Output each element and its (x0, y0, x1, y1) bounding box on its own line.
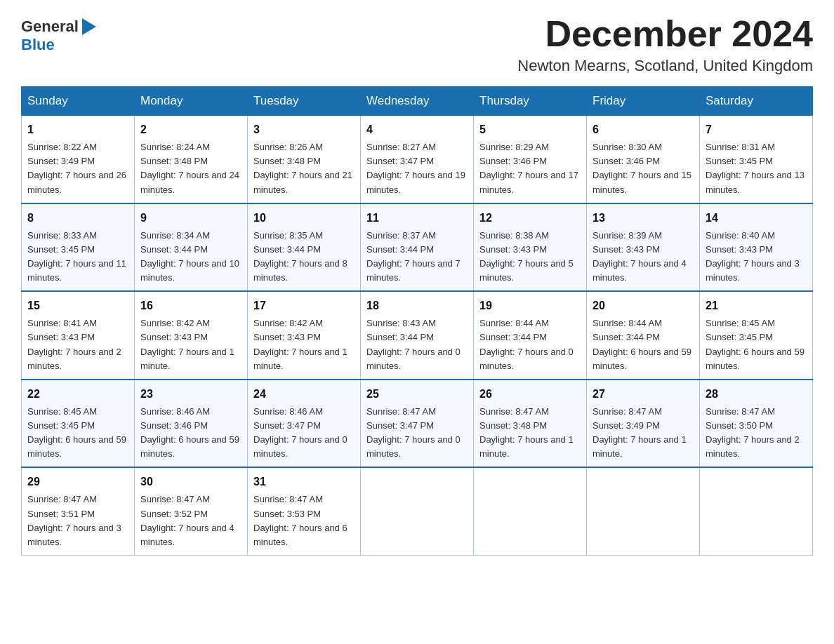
day-info: Sunrise: 8:30 AMSunset: 3:46 PMDaylight:… (593, 142, 691, 194)
table-row: 17 Sunrise: 8:42 AMSunset: 3:43 PMDaylig… (248, 291, 361, 380)
day-info: Sunrise: 8:47 AMSunset: 3:50 PMDaylight:… (706, 406, 800, 459)
day-number: 21 (706, 297, 807, 314)
table-row: 30 Sunrise: 8:47 AMSunset: 3:52 PMDaylig… (135, 467, 248, 555)
day-number: 13 (593, 210, 694, 227)
day-number: 1 (27, 121, 128, 138)
header-saturday: Saturday (700, 87, 813, 116)
day-number: 16 (140, 297, 241, 314)
day-number: 28 (706, 386, 807, 403)
day-info: Sunrise: 8:47 AMSunset: 3:52 PMDaylight:… (140, 494, 234, 546)
month-title: December 2024 (517, 14, 813, 54)
page-header: General Blue December 2024 Newton Mearns… (21, 14, 813, 75)
table-row: 7 Sunrise: 8:31 AMSunset: 3:45 PMDayligh… (700, 116, 813, 203)
day-number: 3 (253, 121, 355, 138)
table-row: 18 Sunrise: 8:43 AMSunset: 3:44 PMDaylig… (361, 291, 474, 380)
day-number: 12 (479, 210, 581, 227)
day-number: 10 (253, 210, 355, 227)
day-info: Sunrise: 8:42 AMSunset: 3:43 PMDaylight:… (253, 318, 348, 370)
day-info: Sunrise: 8:47 AMSunset: 3:47 PMDaylight:… (366, 406, 461, 459)
logo-triangle-icon (82, 18, 96, 35)
table-row: 31 Sunrise: 8:47 AMSunset: 3:53 PMDaylig… (248, 467, 361, 555)
day-info: Sunrise: 8:47 AMSunset: 3:53 PMDaylight:… (253, 494, 348, 546)
table-row (700, 467, 813, 555)
calendar-week-5: 29 Sunrise: 8:47 AMSunset: 3:51 PMDaylig… (22, 467, 813, 555)
table-row: 2 Sunrise: 8:24 AMSunset: 3:48 PMDayligh… (135, 116, 248, 203)
table-row: 11 Sunrise: 8:37 AMSunset: 3:44 PMDaylig… (361, 203, 474, 292)
table-row: 10 Sunrise: 8:35 AMSunset: 3:44 PMDaylig… (248, 203, 361, 292)
day-info: Sunrise: 8:27 AMSunset: 3:47 PMDaylight:… (366, 142, 465, 194)
table-row: 26 Sunrise: 8:47 AMSunset: 3:48 PMDaylig… (474, 380, 587, 468)
table-row: 25 Sunrise: 8:47 AMSunset: 3:47 PMDaylig… (361, 380, 474, 468)
table-row: 27 Sunrise: 8:47 AMSunset: 3:49 PMDaylig… (587, 380, 700, 468)
day-number: 20 (593, 297, 694, 314)
table-row (474, 467, 587, 555)
table-row: 6 Sunrise: 8:30 AMSunset: 3:46 PMDayligh… (587, 116, 700, 203)
day-info: Sunrise: 8:26 AMSunset: 3:48 PMDaylight:… (253, 142, 352, 194)
day-info: Sunrise: 8:47 AMSunset: 3:48 PMDaylight:… (479, 406, 574, 459)
calendar-table: Sunday Monday Tuesday Wednesday Thursday… (21, 86, 813, 556)
day-number: 18 (366, 297, 468, 314)
table-row (361, 467, 474, 555)
table-row: 20 Sunrise: 8:44 AMSunset: 3:44 PMDaylig… (587, 291, 700, 380)
table-row: 22 Sunrise: 8:45 AMSunset: 3:45 PMDaylig… (22, 380, 135, 468)
calendar-week-2: 8 Sunrise: 8:33 AMSunset: 3:45 PMDayligh… (22, 203, 813, 292)
day-info: Sunrise: 8:45 AMSunset: 3:45 PMDaylight:… (706, 318, 805, 370)
table-row (587, 467, 700, 555)
day-info: Sunrise: 8:46 AMSunset: 3:46 PMDaylight:… (140, 406, 239, 459)
day-number: 27 (593, 386, 694, 403)
day-info: Sunrise: 8:31 AMSunset: 3:45 PMDaylight:… (706, 142, 805, 194)
day-number: 31 (253, 474, 355, 490)
day-info: Sunrise: 8:46 AMSunset: 3:47 PMDaylight:… (253, 406, 348, 459)
day-info: Sunrise: 8:34 AMSunset: 3:44 PMDaylight:… (140, 230, 239, 283)
day-info: Sunrise: 8:45 AMSunset: 3:45 PMDaylight:… (27, 406, 126, 459)
day-number: 24 (253, 386, 355, 403)
header-sunday: Sunday (22, 87, 135, 116)
day-info: Sunrise: 8:22 AMSunset: 3:49 PMDaylight:… (27, 142, 126, 194)
table-row: 21 Sunrise: 8:45 AMSunset: 3:45 PMDaylig… (700, 291, 813, 380)
logo: General Blue (21, 14, 100, 54)
table-row: 9 Sunrise: 8:34 AMSunset: 3:44 PMDayligh… (135, 203, 248, 292)
table-row: 24 Sunrise: 8:46 AMSunset: 3:47 PMDaylig… (248, 380, 361, 468)
header-thursday: Thursday (474, 87, 587, 116)
day-info: Sunrise: 8:47 AMSunset: 3:49 PMDaylight:… (593, 406, 687, 459)
day-info: Sunrise: 8:44 AMSunset: 3:44 PMDaylight:… (479, 318, 574, 370)
header-friday: Friday (587, 87, 700, 116)
day-number: 30 (140, 474, 241, 490)
location-subtitle: Newton Mearns, Scotland, United Kingdom (517, 57, 813, 75)
day-info: Sunrise: 8:39 AMSunset: 3:43 PMDaylight:… (593, 230, 687, 283)
title-section: December 2024 Newton Mearns, Scotland, U… (517, 14, 813, 75)
day-number: 5 (479, 121, 581, 138)
table-row: 14 Sunrise: 8:40 AMSunset: 3:43 PMDaylig… (700, 203, 813, 292)
day-number: 26 (479, 386, 581, 403)
day-info: Sunrise: 8:29 AMSunset: 3:46 PMDaylight:… (479, 142, 578, 194)
header-tuesday: Tuesday (248, 87, 361, 116)
calendar-week-3: 15 Sunrise: 8:41 AMSunset: 3:43 PMDaylig… (22, 291, 813, 380)
logo-blue-text: Blue (21, 36, 55, 54)
day-info: Sunrise: 8:38 AMSunset: 3:43 PMDaylight:… (479, 230, 574, 283)
weekday-header-row: Sunday Monday Tuesday Wednesday Thursday… (22, 87, 813, 116)
table-row: 16 Sunrise: 8:42 AMSunset: 3:43 PMDaylig… (135, 291, 248, 380)
day-number: 23 (140, 386, 241, 403)
table-row: 8 Sunrise: 8:33 AMSunset: 3:45 PMDayligh… (22, 203, 135, 292)
day-number: 15 (27, 297, 128, 314)
day-number: 4 (366, 121, 468, 138)
day-number: 11 (366, 210, 468, 227)
table-row: 19 Sunrise: 8:44 AMSunset: 3:44 PMDaylig… (474, 291, 587, 380)
table-row: 4 Sunrise: 8:27 AMSunset: 3:47 PMDayligh… (361, 116, 474, 203)
day-number: 29 (27, 474, 128, 490)
day-number: 22 (27, 386, 128, 403)
table-row: 15 Sunrise: 8:41 AMSunset: 3:43 PMDaylig… (22, 291, 135, 380)
day-info: Sunrise: 8:40 AMSunset: 3:43 PMDaylight:… (706, 230, 800, 283)
day-info: Sunrise: 8:37 AMSunset: 3:44 PMDaylight:… (366, 230, 461, 283)
logo-general-text: General (21, 18, 79, 36)
day-info: Sunrise: 8:47 AMSunset: 3:51 PMDaylight:… (27, 494, 121, 546)
day-number: 17 (253, 297, 355, 314)
header-monday: Monday (135, 87, 248, 116)
day-number: 2 (140, 121, 241, 138)
calendar-week-1: 1 Sunrise: 8:22 AMSunset: 3:49 PMDayligh… (22, 116, 813, 203)
table-row: 3 Sunrise: 8:26 AMSunset: 3:48 PMDayligh… (248, 116, 361, 203)
table-row: 23 Sunrise: 8:46 AMSunset: 3:46 PMDaylig… (135, 380, 248, 468)
day-number: 7 (706, 121, 807, 138)
day-number: 25 (366, 386, 468, 403)
day-info: Sunrise: 8:43 AMSunset: 3:44 PMDaylight:… (366, 318, 461, 370)
